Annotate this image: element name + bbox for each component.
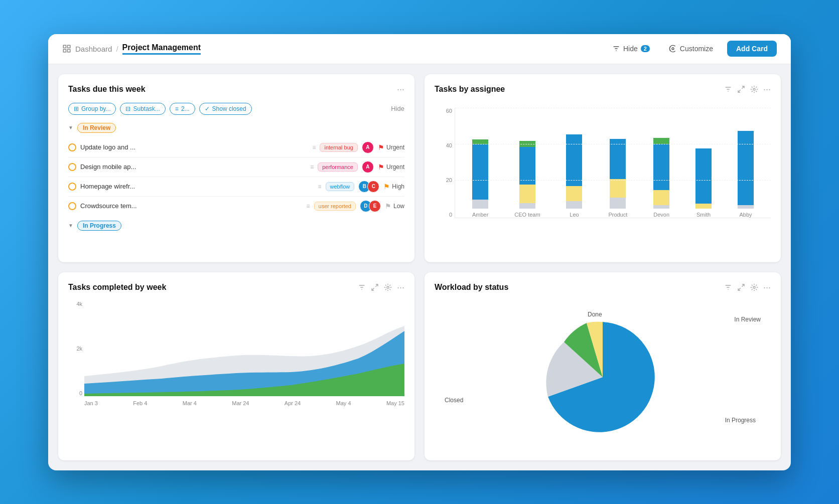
- y-label-40: 40: [435, 142, 452, 148]
- customize-icon: [669, 45, 677, 53]
- svg-line-23: [742, 284, 744, 287]
- bar-seg-gray: [472, 200, 488, 209]
- y-label-20: 20: [435, 177, 452, 183]
- in-progress-group: ▼ In Progress: [68, 221, 404, 231]
- filter-lines-icon: ≡: [175, 105, 179, 112]
- task-tag[interactable]: performance: [318, 162, 358, 172]
- bar-group-devon: Devon: [653, 138, 669, 218]
- priority-flag-icon: ⚑: [383, 183, 390, 191]
- bar-seg-blue: [610, 139, 626, 179]
- task-tag[interactable]: internal bug: [320, 143, 358, 152]
- tasks-completed-header: Tasks completed by week ···: [68, 282, 404, 293]
- tasks-completed-card: Tasks completed by week ··· 4k 2k 0: [58, 272, 414, 460]
- bar-label: Devon: [653, 212, 669, 218]
- bar-seg-gray: [519, 203, 535, 209]
- tasks-assignee-card: Tasks by assignee ··· 60 40 20 0: [425, 74, 781, 262]
- breadcrumb: Dashboard / Project Management: [62, 43, 201, 55]
- bar-seg-blue: [566, 134, 582, 186]
- priority-flag-icon: ⚑: [378, 163, 384, 171]
- settings-icon[interactable]: [750, 85, 758, 93]
- filter-icon[interactable]: [358, 283, 366, 291]
- bar-label: Leo: [570, 212, 579, 218]
- svg-rect-2: [68, 50, 70, 52]
- y-label-60: 60: [435, 108, 452, 114]
- breadcrumb-dashboard[interactable]: Dashboard: [75, 45, 112, 53]
- group-by-chip[interactable]: ⊞ Group by...: [68, 103, 116, 115]
- number-chip[interactable]: ≡ 2...: [170, 103, 195, 115]
- priority-label: High: [392, 183, 404, 190]
- filter-icon: [612, 45, 620, 53]
- in-progress-badge: In Progress: [77, 221, 121, 231]
- svg-point-25: [753, 286, 755, 288]
- svg-line-11: [742, 86, 744, 89]
- hide-label[interactable]: Hide: [391, 105, 404, 112]
- task-lines-icon: ≡: [310, 163, 314, 171]
- tasks-week-menu: ···: [397, 84, 404, 95]
- more-icon[interactable]: ···: [763, 282, 771, 293]
- show-closed-chip[interactable]: ✓ Show closed: [199, 103, 252, 115]
- avatar-group: A: [362, 161, 374, 173]
- avatar: A: [362, 141, 374, 153]
- avatar: E: [369, 200, 381, 212]
- dashboard-icon: [62, 44, 71, 53]
- subtask-chip[interactable]: ⊟ Subtask...: [120, 103, 165, 115]
- settings-icon[interactable]: [750, 283, 758, 291]
- area-chart: [84, 301, 404, 396]
- customize-button[interactable]: Customize: [664, 42, 718, 56]
- bar-seg-gray: [566, 201, 582, 209]
- priority-label: Low: [393, 203, 404, 210]
- svg-rect-1: [68, 45, 70, 48]
- bar-seg-yellow: [695, 204, 712, 209]
- pie-chart: [527, 302, 678, 442]
- top-bar-actions: Hide 2 Customize Add Card: [607, 41, 777, 57]
- bar-seg-gray: [653, 205, 669, 209]
- tasks-assignee-header: Tasks by assignee ···: [435, 84, 771, 95]
- chevron-down-icon[interactable]: ▼: [68, 223, 73, 228]
- svg-line-12: [738, 90, 741, 92]
- task-name: Design mobile ap...: [80, 163, 306, 171]
- bar-label: Abby: [739, 212, 752, 218]
- task-name: Homepage wirefr...: [80, 183, 314, 190]
- task-name: Update logo and ...: [80, 143, 308, 151]
- pie-label-closed: Closed: [445, 397, 463, 404]
- task-lines-icon: ≡: [312, 144, 316, 151]
- filter-icon[interactable]: [724, 85, 732, 93]
- expand-icon[interactable]: [737, 85, 745, 93]
- more-icon[interactable]: ···: [397, 282, 404, 293]
- bar-seg-blue: [695, 148, 712, 204]
- bar-seg-green: [653, 138, 669, 144]
- task-tag[interactable]: user reported: [314, 202, 356, 211]
- bar-seg-yellow: [519, 185, 535, 203]
- table-row: Crowdsource tem... ≡ user reported D E ⚑…: [68, 197, 404, 216]
- priority-label: Urgent: [386, 163, 404, 171]
- table-row: Design mobile ap... ≡ performance A ⚑ Ur…: [68, 157, 404, 177]
- tasks-week-card: Tasks due this week ··· ⊞ Group by... ⊟ …: [58, 74, 414, 262]
- svg-point-7: [672, 48, 674, 50]
- filter-icon[interactable]: [724, 283, 732, 291]
- task-status-icon: [68, 202, 76, 210]
- bar-seg-blue: [738, 131, 754, 205]
- expand-icon[interactable]: [371, 283, 379, 291]
- table-row: Homepage wirefr... ≡ webflow B C ⚑ High: [68, 177, 404, 197]
- hide-button[interactable]: Hide 2: [607, 42, 655, 56]
- bar-seg-gray: [610, 198, 626, 209]
- settings-icon[interactable]: [384, 283, 392, 291]
- task-priority: ⚑ Urgent: [378, 143, 404, 151]
- task-lines-icon: ≡: [318, 183, 322, 190]
- bar-group-leo: Leo: [566, 134, 582, 218]
- x-label-may15: May 15: [386, 400, 404, 406]
- x-label-apr24: Apr 24: [285, 400, 301, 406]
- more-icon[interactable]: ···: [397, 84, 404, 95]
- pie-label-done: Done: [588, 311, 602, 318]
- bar-seg-blue: [653, 144, 669, 190]
- add-card-button[interactable]: Add Card: [727, 41, 777, 57]
- expand-icon[interactable]: [737, 283, 745, 291]
- tasks-completed-title: Tasks completed by week: [68, 283, 166, 292]
- svg-point-13: [753, 88, 755, 90]
- task-name: Crowdsource tem...: [80, 202, 303, 210]
- task-tag[interactable]: webflow: [326, 182, 355, 191]
- task-lines-icon: ≡: [307, 203, 310, 210]
- more-icon[interactable]: ···: [763, 84, 771, 95]
- chevron-down-icon[interactable]: ▼: [68, 125, 73, 130]
- priority-flag-icon: ⚑: [378, 143, 384, 151]
